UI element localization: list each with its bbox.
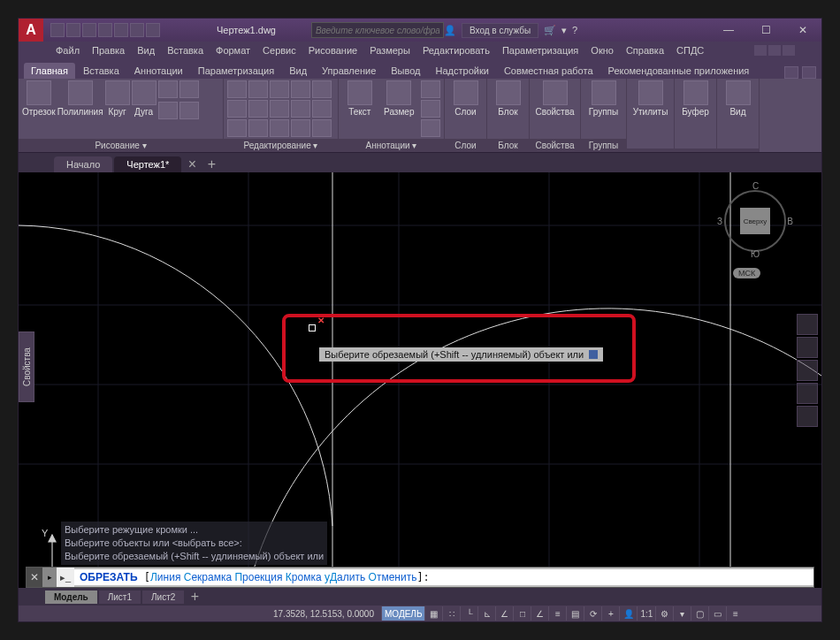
dynamic-input-options-icon[interactable] — [589, 350, 598, 359]
viewcube-south[interactable]: Ю — [751, 249, 760, 259]
help-icon[interactable]: ? — [572, 25, 577, 35]
mdi-close-icon[interactable] — [783, 45, 795, 56]
qat-saveas-icon[interactable] — [98, 23, 112, 37]
menu-param[interactable]: Параметризация — [497, 43, 584, 57]
modify-icon[interactable] — [270, 100, 289, 118]
status-grid-icon[interactable]: ▦ — [424, 606, 442, 621]
modify-icon[interactable] — [227, 100, 247, 118]
status-osnap-icon[interactable]: □ — [513, 606, 531, 621]
search-input[interactable] — [311, 22, 444, 38]
ribbon-tab-view[interactable]: Вид — [282, 63, 314, 79]
menu-window[interactable]: Окно — [585, 43, 619, 57]
modify-icon[interactable] — [312, 80, 332, 98]
qat-redo-icon[interactable] — [146, 23, 160, 37]
mdi-min-icon[interactable] — [754, 45, 767, 56]
ribbon-tab-insert[interactable]: Вставка — [76, 63, 126, 79]
properties-palette-tab[interactable]: Свойства — [19, 331, 34, 402]
modify-icon[interactable] — [291, 119, 310, 137]
tool-text[interactable]: Текст — [342, 80, 378, 117]
status-ortho-icon[interactable]: └ — [460, 606, 477, 621]
mdi-max-icon[interactable] — [768, 45, 781, 56]
status-polar-icon[interactable]: ⊾ — [477, 606, 495, 621]
menu-insert[interactable]: Вставка — [162, 43, 209, 57]
menu-spds[interactable]: СПДС — [671, 43, 709, 57]
menu-modify[interactable]: Редактировать — [417, 43, 495, 57]
share-icon[interactable]: ▾ — [561, 25, 567, 36]
nav-pan-icon[interactable] — [797, 337, 818, 358]
modify-icon[interactable] — [312, 119, 332, 137]
qat-undo-icon[interactable] — [130, 23, 144, 37]
nav-zoom-icon[interactable] — [797, 360, 818, 381]
tool-utils[interactable]: Утилиты — [630, 80, 670, 117]
status-snap-icon[interactable]: ∷ — [442, 606, 460, 621]
status-workspace-icon[interactable]: ▾ — [673, 606, 691, 621]
ribbon-tab-featured[interactable]: Рекомендованные приложения — [601, 63, 757, 79]
ribbon-tab-annot[interactable]: Аннотации — [127, 63, 190, 79]
menu-dim[interactable]: Размеры — [364, 43, 416, 57]
viewcube[interactable]: Сверху С Ю В З МСК — [715, 181, 795, 278]
cmdline-close-icon[interactable]: ✕ — [27, 568, 42, 587]
status-custom-icon[interactable]: ≡ — [726, 606, 744, 621]
panel-groups-title[interactable]: Группы — [581, 139, 626, 152]
tool-block[interactable]: Блок — [491, 80, 525, 117]
doctab-add-icon[interactable]: + — [202, 156, 220, 172]
viewcube-west[interactable]: З — [717, 217, 722, 226]
menu-format[interactable]: Формат — [210, 43, 256, 57]
ribbon-tab-collab[interactable]: Совместная работа — [497, 63, 600, 79]
panel-block-title[interactable]: Блок — [487, 139, 529, 152]
qat-plot-icon[interactable] — [114, 23, 128, 37]
menu-file[interactable]: Файл — [50, 43, 85, 57]
modify-icon[interactable] — [227, 80, 247, 98]
menu-tools[interactable]: Сервис — [257, 43, 302, 57]
tool-props[interactable]: Свойства — [533, 80, 577, 117]
tool-view[interactable]: Вид — [721, 80, 755, 117]
nav-orbit-icon[interactable] — [797, 383, 818, 404]
status-cycle-icon[interactable]: ⟳ — [584, 606, 601, 621]
tool-dim[interactable]: Размер — [379, 80, 419, 117]
layout-tab-model[interactable]: Модель — [45, 590, 97, 604]
status-scale[interactable]: 1:1 — [637, 606, 655, 621]
doctab-drawing1[interactable]: Чертеж1* — [114, 156, 181, 172]
ribbon-collapse-icon[interactable] — [802, 66, 816, 79]
status-hw-icon[interactable]: ▢ — [691, 606, 708, 621]
modify-icon[interactable] — [291, 80, 310, 98]
command-line[interactable]: ✕ ▸ ▸_ ОБРЕЗАТЬ [Линия Секрамка Проекция… — [26, 567, 814, 588]
status-annoscale-icon[interactable]: 👤 — [619, 606, 637, 621]
menu-draw[interactable]: Рисование — [303, 43, 363, 57]
status-iso-icon[interactable]: ∠ — [495, 606, 513, 621]
annot-misc-icon[interactable] — [421, 80, 440, 98]
ribbon-tab-param[interactable]: Параметризация — [191, 63, 281, 79]
drawing-canvas[interactable]: Свойства Сверху С Ю В З МСК ✕ Выберите о… — [19, 172, 821, 621]
viewcube-face-top[interactable]: Сверху — [740, 208, 770, 234]
viewcube-ucs[interactable]: МСК — [733, 268, 760, 278]
draw-misc-icon[interactable] — [158, 102, 178, 119]
ribbon-tab-output[interactable]: Вывод — [384, 63, 427, 79]
ribbon-tab-home[interactable]: Главная — [24, 63, 75, 79]
ribbon-focus-icon[interactable] — [784, 66, 798, 79]
draw-misc-icon[interactable] — [179, 102, 199, 119]
panel-layers-title[interactable]: Слои — [445, 139, 486, 152]
annot-misc-icon[interactable] — [421, 119, 440, 137]
cmdline-history-icon[interactable]: ▸ — [42, 568, 57, 587]
tool-layers[interactable]: Слои — [448, 80, 483, 117]
ribbon-tab-addins[interactable]: Надстройки — [429, 63, 496, 79]
status-clean-icon[interactable]: ▭ — [708, 606, 726, 621]
menu-view[interactable]: Вид — [132, 43, 160, 57]
status-gear-icon[interactable]: ⚙ — [655, 606, 673, 621]
modify-icon[interactable] — [291, 100, 310, 118]
status-track-icon[interactable]: ∠ — [531, 606, 548, 621]
nav-showmotion-icon[interactable] — [797, 406, 818, 427]
tool-clipboard[interactable]: Буфер — [678, 80, 713, 117]
draw-misc-icon[interactable] — [158, 80, 178, 98]
nav-wheel-icon[interactable] — [797, 314, 818, 335]
qat-open-icon[interactable] — [66, 23, 80, 37]
menu-edit[interactable]: Правка — [87, 43, 130, 57]
tool-arc[interactable]: Дуга — [132, 80, 157, 117]
modify-icon[interactable] — [227, 119, 247, 137]
app-menu[interactable]: A — [19, 19, 43, 42]
status-annomonitor-icon[interactable]: + — [601, 606, 619, 621]
login-button[interactable]: Вход в службы — [462, 23, 538, 38]
menu-help[interactable]: Справка — [621, 43, 669, 57]
status-transparency-icon[interactable]: ▤ — [566, 606, 584, 621]
doctab-start[interactable]: Начало — [54, 156, 112, 172]
